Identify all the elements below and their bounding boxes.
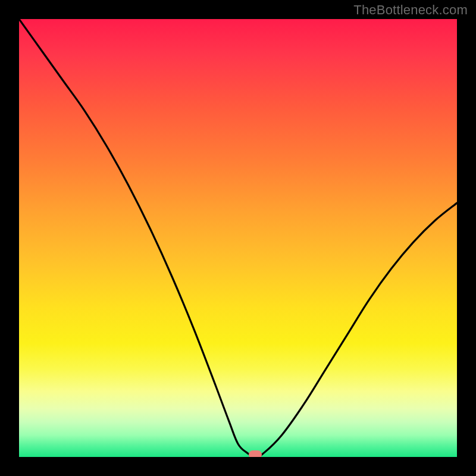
plot-area <box>19 19 457 457</box>
watermark-text: TheBottleneck.com <box>353 2 468 18</box>
bottleneck-curve <box>19 19 457 457</box>
optimal-point-marker <box>249 450 262 457</box>
chart-frame: TheBottleneck.com <box>0 0 476 476</box>
